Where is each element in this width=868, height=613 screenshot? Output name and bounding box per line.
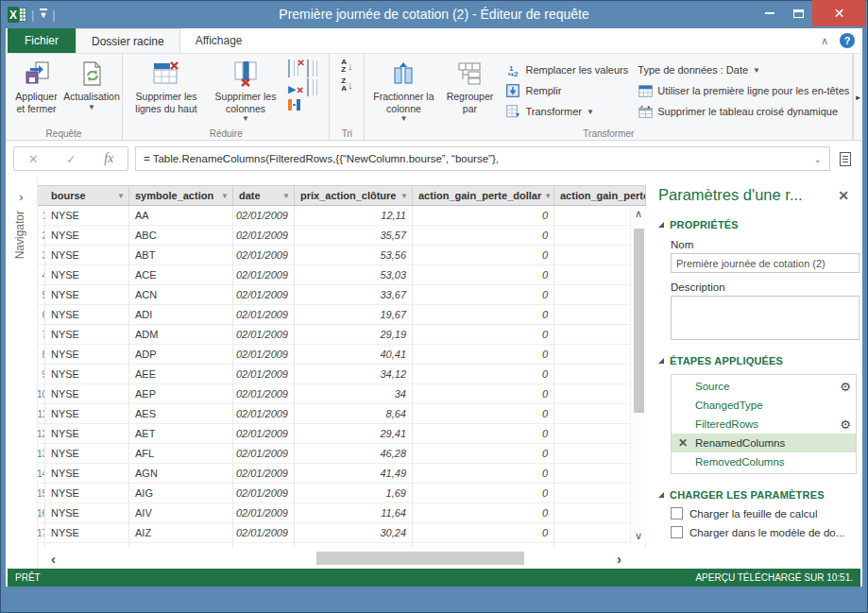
table-cell[interactable]: AA	[129, 206, 233, 226]
table-cell[interactable]: AEE	[129, 365, 233, 384]
table-cell[interactable]: 0	[413, 246, 554, 265]
apply-close-button[interactable]: Appliquer et fermer	[9, 57, 64, 116]
table-cell[interactable]: 02/01/2009	[233, 404, 295, 424]
section-charger[interactable]: CHARGER LES PARAMÈTRES	[658, 489, 849, 501]
table-row[interactable]: 5NYSEACN02/01/200933,670	[38, 285, 646, 305]
table-row[interactable]: 10NYSEAEP02/01/2009340	[38, 384, 646, 404]
table-cell[interactable]: 0	[413, 404, 554, 424]
table-cell[interactable]: 34,12	[295, 365, 413, 384]
table-cell[interactable]: 7	[38, 325, 45, 345]
help-icon[interactable]: ?	[840, 33, 855, 48]
table-cell[interactable]: ABC	[129, 226, 233, 246]
table-cell[interactable]: AIV	[129, 503, 233, 523]
table-cell[interactable]: 0	[413, 424, 554, 444]
table-row[interactable]: 1NYSEAA02/01/200912,110	[38, 206, 646, 226]
table-cell[interactable]: 8	[38, 345, 45, 365]
table-cell[interactable]: 02/01/2009	[233, 206, 295, 226]
table-row[interactable]: 16NYSEAIV02/01/200911,640	[38, 503, 646, 523]
table-cell[interactable]: NYSE	[45, 484, 129, 503]
keep-rows-icon[interactable]	[307, 60, 322, 76]
table-cell[interactable]: NYSE	[45, 365, 129, 384]
table-row[interactable]: 8NYSEADP02/01/200940,410	[38, 345, 646, 365]
transform-button[interactable]: Transformer ▼	[505, 101, 628, 122]
table-cell[interactable]: NYSE	[45, 464, 129, 484]
tab-affichage[interactable]: Affichage	[180, 28, 258, 53]
table-cell[interactable]: 29,41	[295, 424, 413, 444]
tab-dossier-racine[interactable]: Dossier racine	[76, 28, 180, 53]
filter-dropdown-icon[interactable]: ▼	[218, 192, 229, 200]
navigator-pane[interactable]: › Navigator	[6, 177, 38, 569]
ribbon-scroll-right-icon[interactable]: ▸	[853, 54, 862, 140]
expand-formula-icon[interactable]	[836, 147, 855, 170]
table-cell[interactable]: ADP	[129, 345, 233, 365]
formula-dropdown-icon[interactable]: ⌄	[814, 154, 822, 164]
filter-dropdown-icon[interactable]: ▼	[114, 192, 125, 200]
table-row[interactable]: 12NYSEAET02/01/200929,410	[38, 424, 646, 444]
table-cell[interactable]: 02/01/2009	[233, 285, 295, 305]
table-cell[interactable]: NYSE	[45, 503, 129, 523]
table-row[interactable]: 2NYSEABC02/01/200935,570	[38, 226, 646, 246]
table-cell[interactable]: 3	[38, 246, 45, 265]
table-cell[interactable]: 41,49	[295, 464, 413, 484]
remove-errors-icon[interactable]: ▶✕	[288, 79, 303, 94]
fill-button[interactable]: Remplir	[505, 80, 628, 101]
table-cell[interactable]: 02/01/2009	[233, 503, 295, 523]
table-row[interactable]: 13NYSEAFL02/01/200946,280	[38, 444, 646, 464]
table-row[interactable]: 3NYSEABT02/01/200953,560	[38, 246, 646, 265]
table-cell[interactable]: 11,64	[295, 503, 413, 523]
checkbox-unchecked[interactable]	[671, 526, 683, 538]
table-cell[interactable]: 2	[38, 226, 45, 246]
table-cell[interactable]: 02/01/2009	[233, 444, 295, 464]
table-cell[interactable]: NYSE	[45, 444, 129, 464]
applied-step-RemovedColumns[interactable]: RemovedColumns	[672, 452, 856, 471]
remove-rows-icon[interactable]: ✕	[288, 60, 303, 76]
table-cell[interactable]: 02/01/2009	[233, 484, 295, 503]
table-cell[interactable]: ACE	[129, 265, 233, 285]
table-cell[interactable]: 53,03	[295, 265, 413, 285]
table-cell[interactable]: 13	[38, 444, 45, 464]
table-cell[interactable]: NYSE	[45, 305, 129, 325]
table-cell[interactable]: 53,56	[295, 246, 413, 265]
table-cell[interactable]: 02/01/2009	[233, 325, 295, 345]
table-cell[interactable]: 0	[413, 365, 554, 384]
table-cell[interactable]: 15	[38, 484, 45, 503]
minimize-button[interactable]	[756, 0, 784, 26]
table-cell[interactable]: 02/01/2009	[233, 523, 295, 543]
table-cell[interactable]: ADI	[129, 305, 233, 325]
table-row[interactable]: 4NYSEACE02/01/200953,030	[38, 265, 646, 285]
table-row[interactable]: 17NYSEAIZ02/01/200930,240	[38, 523, 646, 543]
confirm-formula-icon[interactable]: ✓	[66, 152, 77, 166]
vertical-scrollbar[interactable]: ∧ ∨	[630, 206, 646, 544]
applied-step-Source[interactable]: Source⚙	[672, 377, 856, 396]
table-row[interactable]: 14NYSEAGN02/01/200941,490	[38, 464, 646, 484]
section-proprietes[interactable]: PROPRIÉTÉS	[658, 219, 849, 230]
table-cell[interactable]: AEP	[129, 384, 233, 404]
horizontal-scrollbar[interactable]: ‹ ›	[38, 548, 646, 569]
collapse-ribbon-icon[interactable]: ∧	[821, 35, 828, 47]
merge-columns-icon[interactable]	[288, 98, 303, 113]
table-cell[interactable]: NYSE	[45, 226, 129, 246]
fx-icon[interactable]: fx	[104, 151, 113, 166]
table-cell[interactable]: 9	[38, 365, 45, 384]
table-cell[interactable]: 14	[38, 464, 45, 484]
table-cell[interactable]: NYSE	[45, 285, 129, 305]
close-button[interactable]: ✕	[812, 0, 866, 26]
applied-step-ChangedType[interactable]: ChangedType	[672, 396, 856, 415]
replace-values-button[interactable]: 1 2 Remplacer les valeurs	[505, 60, 628, 80]
table-cell[interactable]: 02/01/2009	[233, 265, 295, 285]
table-row[interactable]: 7NYSEADM02/01/200929,190	[38, 325, 646, 345]
remove-columns-button[interactable]: Supprimer les colonnes ▼	[207, 57, 284, 126]
group-by-button[interactable]: Regrouper par	[439, 57, 500, 116]
table-cell[interactable]: 35,57	[295, 226, 413, 246]
table-cell[interactable]: 0	[413, 384, 554, 404]
data-type-button[interactable]: Type de données : Date ▼	[638, 60, 849, 80]
table-cell[interactable]: NYSE	[45, 325, 129, 345]
step-settings-gear-icon[interactable]: ⚙	[840, 380, 851, 394]
table-cell[interactable]: 0	[413, 285, 554, 305]
table-cell[interactable]: ABT	[129, 246, 233, 265]
table-cell[interactable]: 02/01/2009	[233, 384, 295, 404]
table-cell[interactable]: 4	[38, 265, 45, 285]
vertical-scroll-thumb[interactable]	[634, 229, 644, 413]
table-cell[interactable]: 12,11	[295, 206, 413, 226]
keep-range-icon[interactable]	[307, 79, 322, 94]
